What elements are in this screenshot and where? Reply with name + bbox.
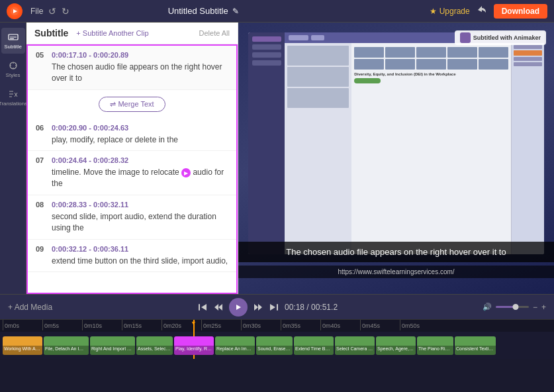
timeline-clip-7[interactable]: Extend Time Butto... [294,336,334,355]
play-button[interactable] [229,298,248,317]
merge-text-area: ⇌ Merge Text [28,90,236,119]
subtitle-time-06: 0:00:20.90 - 0:00:24.63 [52,124,128,132]
sidebar-styles-label: Styles [6,72,21,78]
timeline-clip-8[interactable]: Select Camera Tra... [335,336,375,355]
share-button[interactable] [477,5,487,17]
timeline-clip-10[interactable]: The Piano Ribbon... [417,336,453,355]
subtitle-item-06[interactable]: 06 0:00:20.90 - 0:00:24.63 play, modify,… [28,119,236,152]
download-button[interactable]: Download [494,4,547,19]
subtitle-item-07-header: 07 0:00:24.64 - 0:00:28.32 [36,156,228,164]
ruler-mark-0m45s: 0m45s [360,320,400,330]
svg-marker-15 [254,304,258,311]
subtitle-panel-header: Subtitle + Subtitle Another Clip Delete … [26,23,238,44]
subtitle-num-08: 08 [36,201,46,209]
sidebar-item-styles[interactable]: Styles [1,56,25,82]
app-logo [7,3,23,19]
ruler-mark-0m35s: 0m35s [281,320,320,330]
ruler-mark-0m5s: 0m5s [42,320,82,330]
time-display: 00:18 / 00:51.2 [285,303,338,312]
volume-controls: 🔊 − + [483,303,546,312]
subtitle-time-08: 0:00:28.33 - 0:00:32.11 [52,201,128,209]
play-controls: 00:18 / 00:51.2 [197,298,338,317]
title-edit-icon[interactable]: ✎ [232,7,239,16]
svg-marker-11 [201,304,207,311]
undo-button[interactable]: ↺ [48,6,56,17]
ruler-mark-0m15s: 0m15s [122,320,162,330]
timeline-clip-2[interactable]: Right And Import A... [90,336,135,355]
subtitle-panel-title: Subtitle [34,28,68,38]
slide-body: Diversity, Equity, and Inclusion (DEI) i… [285,43,544,254]
subtitle-text-08[interactable]: second slide, import audio, extend the d… [52,211,228,234]
sidebar-item-subtitle[interactable]: Subtitle [1,28,25,54]
timeline-clip-5[interactable]: Replace An Image T... [215,336,255,355]
slide-right-panel [511,43,544,254]
volume-slider[interactable] [496,306,529,308]
volume-minus-button[interactable]: − [533,303,537,312]
svg-marker-16 [258,304,262,311]
subtitle-num-05: 05 [36,51,46,59]
file-menu[interactable]: File [30,7,43,16]
subtitle-item-05[interactable]: 05 0:00:17.10 - 0:00:20.89 🗑 The chosen … [28,46,236,90]
subtitle-text-07[interactable]: timeline. Move the image to relocate ▶ a… [52,167,228,189]
upgrade-button[interactable]: ★ Upgrade [430,7,469,16]
time-total: 00:51.2 [311,303,338,312]
add-media-button[interactable]: + Add Media [8,303,52,312]
svg-rect-10 [199,304,200,311]
volume-plus-button[interactable]: + [541,303,546,312]
timeline-clip-11[interactable]: Consistent Texting... [455,336,496,355]
subtitle-item-07[interactable]: 07 0:00:24.64 - 0:00:28.32 timeline. Mov… [28,151,236,195]
subtitle-overlay-text: The chosen audio file appears on the rig… [286,247,506,257]
prev-button[interactable] [197,302,208,313]
next-button[interactable] [269,302,279,313]
video-inner: Diversity, Equity, and Inclusion (DEI) i… [238,23,554,294]
timeline-tracks: Working With Audi...File, Detach An Ima.… [0,332,554,359]
subtitle-text-05[interactable]: The chosen audio file appears on the rig… [52,62,228,84]
timeline-clip-3[interactable]: Assets, Select The... [136,336,173,355]
subtitle-panel: Subtitle + Subtitle Another Clip Delete … [26,23,238,294]
timeline-clip-0[interactable]: Working With Audi... [3,336,42,355]
topbar-right: ★ Upgrade Download [430,4,547,19]
timeline-clip-4[interactable]: Play, Identify, Repla... [174,336,214,355]
timeline-clip-9[interactable]: Speech, Agere, Can... [376,336,416,355]
subtitle-item-05-header: 05 0:00:17.10 - 0:00:20.89 🗑 [36,51,228,59]
ruler-mark-0m20s: 0m20s [162,320,201,330]
sidebar-item-translations[interactable]: Translations [1,85,25,111]
subtitle-num-06: 06 [36,124,46,132]
sidebar-subtitle-label: Subtitle [4,44,22,50]
svg-marker-12 [214,304,218,311]
add-subtitle-clip-button[interactable]: + Subtitle Another Clip [76,29,148,37]
watermark-text: Subtitled with Animaker [473,34,541,41]
slide-editor: Diversity, Equity, and Inclusion (DEI) i… [351,43,511,254]
nav-item [252,44,281,50]
subtitle-item-09[interactable]: 09 0:00:32.12 - 0:00:36.11 extend time b… [28,240,236,273]
forward-button[interactable] [253,302,263,313]
nav-item [252,60,281,66]
ruler-mark-0m10s: 0m10s [82,320,122,330]
subtitle-text-09[interactable]: extend time button on the third slide, i… [52,256,228,267]
ruler-mark-0m25s: 0m25s [201,320,241,330]
subtitle-list: 05 0:00:17.10 - 0:00:20.89 🗑 The chosen … [26,44,238,294]
time-separator: / [306,303,311,312]
ruler-marks: 0m0s 0m5s 0m10s 0m15s 0m20s 0m25s 0m30s … [0,320,439,330]
subtitle-item-08[interactable]: 08 0:00:28.33 - 0:00:32.11 second slide,… [28,195,236,240]
volume-icon: 🔊 [483,303,492,311]
video-frame: Diversity, Equity, and Inclusion (DEI) i… [238,23,554,294]
ruler-mark-0m40s: 0m40s [320,320,360,330]
timeline-clip-1[interactable]: File, Detach An Ima... [44,336,89,355]
delete-all-button[interactable]: Delete All [199,29,230,37]
svg-marker-13 [218,304,222,311]
timeline-clip-6[interactable]: Sound, Erase, Imp... [256,336,293,355]
subtitle-text-06[interactable]: play, modify, replace or delete in the [52,134,228,146]
subtitle-time-05: 0:00:17.10 - 0:00:20.89 [52,51,128,59]
slide-nav [248,32,285,254]
watermark: Subtitled with Animaker [455,30,546,45]
subtitle-num-07: 07 [36,156,46,164]
svg-rect-17 [277,304,278,311]
subtitle-item-09-header: 09 0:00:32.12 - 0:00:36.11 [36,245,228,253]
svg-marker-14 [236,305,241,310]
merge-text-button[interactable]: ⇌ Merge Text [99,97,165,112]
redo-button[interactable]: ↻ [62,6,69,17]
subtitle-time-07: 0:00:24.64 - 0:00:28.32 [52,156,128,164]
topbar: File ↺ ↻ Untitled Subtitle ✎ ★ Upgrade D… [0,0,554,23]
rewind-button[interactable] [213,302,224,313]
